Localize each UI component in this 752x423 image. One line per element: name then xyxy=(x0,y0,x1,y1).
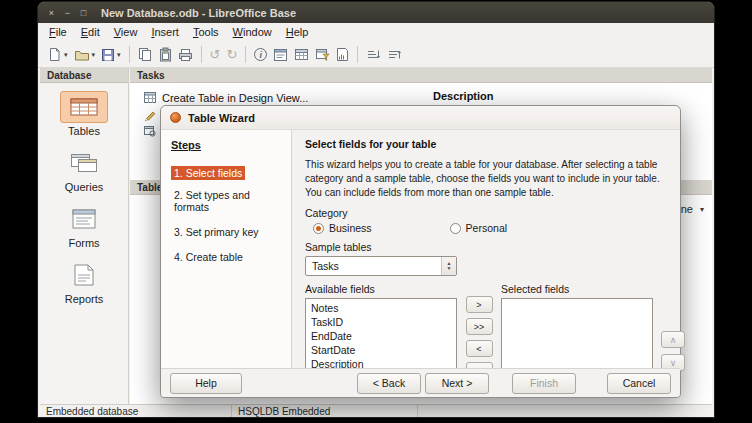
task-item-label: Create Table in Design View... xyxy=(162,92,308,104)
wizard-intro-text: This wizard helps you to create a table … xyxy=(305,158,667,199)
dialog-title: Table Wizard xyxy=(188,112,255,124)
sample-tables-combobox[interactable]: Tasks ▲ ▼ xyxy=(305,256,457,276)
remove-field-button[interactable]: < xyxy=(466,340,493,357)
sort-ascending-icon xyxy=(366,48,381,61)
open-folder-icon xyxy=(74,48,90,62)
undo-button[interactable]: ↺ xyxy=(207,44,224,66)
form-icon xyxy=(273,48,288,62)
add-all-fields-button[interactable]: >> xyxy=(466,318,493,335)
sort-descending-icon xyxy=(387,48,402,61)
menu-help[interactable]: Help xyxy=(279,24,316,41)
redo-button[interactable]: ↻ xyxy=(223,44,240,66)
steps-header: Steps xyxy=(171,139,283,151)
combobox-spin-buttons[interactable]: ▲ ▼ xyxy=(441,257,456,275)
minimize-icon[interactable]: − xyxy=(61,6,74,19)
info-button[interactable]: i xyxy=(251,44,270,66)
sidebar-header: Database xyxy=(40,68,128,83)
database-sidebar: Database Tables Queries Forms xyxy=(40,68,129,404)
dropdown-caret-icon: ▾ xyxy=(64,51,68,59)
sidebar-item-label: Forms xyxy=(68,237,99,249)
sidebar-items: Tables Queries Forms Reports xyxy=(40,83,128,315)
save-icon xyxy=(101,48,115,62)
statusbar-engine: HSQLDB Embedded xyxy=(232,405,418,417)
standard-toolbar: ▾ ▾ ▾ ↺ ↻ i xyxy=(38,42,714,68)
copy-icon xyxy=(138,47,152,62)
reports-icon xyxy=(60,259,108,291)
paste-button[interactable] xyxy=(155,44,175,66)
dialog-title-bar[interactable]: Table Wizard xyxy=(161,106,680,130)
open-button[interactable]: ▾ xyxy=(71,44,99,66)
menu-insert[interactable]: Insert xyxy=(144,24,186,41)
step-select-fields[interactable]: 1. Select fields xyxy=(171,166,245,180)
category-label: Category xyxy=(305,207,693,219)
maximize-icon[interactable]: □ xyxy=(77,6,90,19)
sidebar-item-reports[interactable]: Reports xyxy=(60,259,108,305)
step-set-primary-key[interactable]: 3. Set primary key xyxy=(171,225,262,239)
copy-button[interactable] xyxy=(135,44,155,66)
report-icon xyxy=(336,47,349,62)
print-icon xyxy=(178,48,193,62)
dropdown-caret-icon: ▾ xyxy=(92,51,96,59)
radio-business-icon xyxy=(313,223,324,234)
dialog-body: Steps 1. Select fields 2. Set types and … xyxy=(161,130,680,368)
paste-icon xyxy=(158,47,172,62)
sidebar-item-tables[interactable]: Tables xyxy=(60,91,108,137)
cancel-button[interactable]: Cancel xyxy=(607,373,671,394)
wizard-app-icon xyxy=(170,112,181,123)
category-radio-row: Business Personal xyxy=(313,222,693,234)
statusbar-database-type: Embedded database xyxy=(40,405,232,417)
toolbar-separator xyxy=(245,46,246,63)
print-button[interactable] xyxy=(175,44,196,66)
menu-view[interactable]: View xyxy=(107,24,145,41)
window-title: New Database.odb - LibreOffice Base xyxy=(101,7,296,19)
new-document-button[interactable]: ▾ xyxy=(44,44,71,66)
task-item-create-table-design-view[interactable]: Create Table in Design View... xyxy=(130,89,712,106)
radio-personal-label: Personal xyxy=(466,222,507,234)
step-set-types[interactable]: 2. Set types and formats xyxy=(171,188,283,214)
list-item[interactable]: TaskID xyxy=(306,315,456,329)
wizard-pencil-icon xyxy=(144,109,156,121)
step-create-table[interactable]: 4. Create table xyxy=(171,250,246,264)
steps-panel: Steps 1. Select fields 2. Set types and … xyxy=(161,130,292,368)
sidebar-item-label: Tables xyxy=(68,125,100,137)
menu-edit[interactable]: Edit xyxy=(74,24,107,41)
sample-tables-value: Tasks xyxy=(306,260,441,272)
sort-descending-button[interactable] xyxy=(384,44,405,66)
menu-window[interactable]: Window xyxy=(226,24,279,41)
toolbar-separator xyxy=(201,46,202,63)
spin-down-icon: ▼ xyxy=(447,266,452,271)
table-button[interactable] xyxy=(291,44,312,66)
table-wizard-dialog: Table Wizard Steps 1. Select fields 2. S… xyxy=(160,105,681,398)
radio-business[interactable]: Business xyxy=(313,222,372,234)
radio-personal[interactable]: Personal xyxy=(450,222,507,234)
form-button[interactable] xyxy=(270,44,291,66)
menu-file[interactable]: File xyxy=(42,24,74,41)
next-button[interactable]: Next > xyxy=(425,373,489,394)
table-icon xyxy=(294,48,309,61)
info-icon: i xyxy=(254,48,267,61)
toolbar-separator xyxy=(357,46,358,63)
move-up-button[interactable]: ∧ xyxy=(661,331,685,348)
query-button[interactable] xyxy=(312,44,333,66)
sidebar-item-forms[interactable]: Forms xyxy=(60,203,108,249)
report-button[interactable] xyxy=(333,44,352,66)
view-icon xyxy=(144,126,156,137)
save-button[interactable]: ▾ xyxy=(98,44,124,66)
help-button[interactable]: Help xyxy=(170,373,242,394)
menu-tools[interactable]: Tools xyxy=(186,24,226,41)
new-document-icon xyxy=(47,47,62,62)
sample-tables-label: Sample tables xyxy=(305,241,693,253)
list-item[interactable]: StartDate xyxy=(306,343,456,357)
list-item[interactable]: EndDate xyxy=(306,329,456,343)
finish-button[interactable]: Finish xyxy=(512,373,576,394)
back-button[interactable]: < Back xyxy=(357,373,421,394)
sort-ascending-button[interactable] xyxy=(363,44,384,66)
add-field-button[interactable]: > xyxy=(466,296,493,313)
list-item[interactable]: Notes xyxy=(306,301,456,315)
forms-icon xyxy=(60,203,108,235)
close-icon[interactable]: × xyxy=(45,6,58,19)
wizard-heading: Select fields for your table xyxy=(305,138,693,150)
sidebar-item-queries[interactable]: Queries xyxy=(60,147,108,193)
dropdown-caret-icon: ▾ xyxy=(117,51,121,59)
application-window: × − □ New Database.odb - LibreOffice Bas… xyxy=(38,2,714,417)
